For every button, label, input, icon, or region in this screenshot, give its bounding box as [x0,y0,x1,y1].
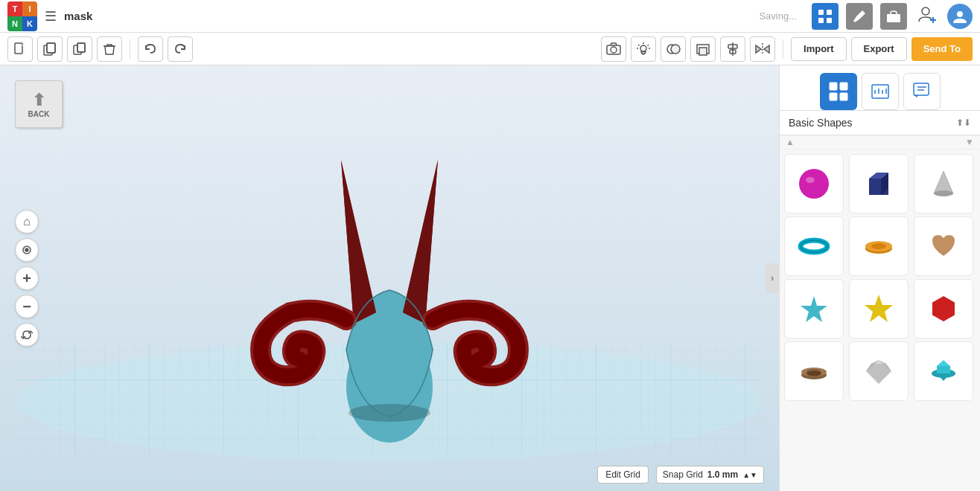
scroll-down-icon[interactable]: ▼ [965,137,974,147]
shape-heart[interactable] [914,216,973,276]
svg-point-67 [871,243,886,249]
svg-rect-52 [914,83,929,95]
logo-k: K [22,16,37,31]
import-button[interactable]: Import [791,37,846,61]
send-to-button[interactable]: Send To [911,37,973,61]
back-button[interactable]: ⬆ BACK [15,80,63,128]
new-button[interactable] [7,36,33,62]
snap-grid-value: 1.0 mm [707,469,738,480]
app-logo[interactable]: T I N K [7,1,37,31]
intersect-button[interactable] [690,36,716,62]
snap-grid-control: Snap Grid 1.0 mm ▲▼ [656,466,764,484]
zoom-out-button[interactable]: − [15,295,39,318]
redo-button[interactable] [168,36,193,62]
toolbar-sep2 [783,39,783,59]
tab-notes[interactable] [903,73,941,110]
scroll-up-icon[interactable]: ▲ [786,137,795,147]
duplicate-button[interactable] [67,36,92,62]
svg-point-41 [346,331,433,443]
svg-marker-81 [937,360,950,366]
3d-viewport[interactable]: ⬆ BACK ⌂ + − [0,65,779,491]
shape-sphere[interactable] [784,154,844,214]
svg-marker-60 [934,171,953,193]
zoom-in-button[interactable]: + [15,266,39,290]
scroll-hint: ▲ ▼ [780,135,980,150]
hammer-icon-button[interactable] [846,3,873,30]
logo-t: T [7,1,22,16]
tab-grid[interactable] [820,73,857,110]
panel-tabs [780,65,980,111]
shapes-dropdown-header[interactable]: Basic Shapes ⬆⬇ [780,111,980,135]
align-button[interactable] [720,36,745,62]
snap-grid-label: Snap Grid [663,469,703,480]
shape-hexagon[interactable] [914,279,973,338]
undo-button[interactable] [138,36,163,62]
shape-gem[interactable] [849,341,909,401]
rotate-button[interactable] [15,323,39,347]
svg-point-27 [671,45,680,54]
saving-status: Saving... [759,10,797,22]
svg-point-18 [611,47,617,53]
mirror-button[interactable] [750,36,775,62]
shape-box[interactable] [849,154,909,214]
svg-rect-14 [77,43,85,52]
svg-marker-34 [756,45,761,53]
svg-rect-46 [840,93,847,100]
svg-rect-1 [827,10,832,15]
bottom-controls: Edit Grid Snap Grid 1.0 mm ▲▼ [597,466,764,484]
light-button[interactable] [631,36,656,62]
svg-point-8 [957,11,963,17]
document-list-icon[interactable]: ☰ [45,8,57,25]
shape-torus[interactable] [784,216,844,276]
shape-star[interactable] [849,279,909,338]
svg-point-19 [640,45,646,51]
shape-ring[interactable] [784,341,844,401]
svg-rect-0 [818,10,824,15]
document-name[interactable]: mask [64,10,404,22]
svg-rect-4 [887,14,900,22]
camera-button[interactable] [601,36,626,62]
svg-marker-69 [865,295,893,322]
svg-point-55 [799,169,829,199]
svg-rect-40 [17,342,762,454]
copy-button[interactable] [37,36,63,62]
shape-diamond[interactable] [914,341,973,401]
svg-point-56 [806,177,815,183]
svg-marker-68 [801,296,827,322]
shape-cone[interactable] [914,154,973,214]
svg-rect-2 [818,18,824,23]
logo-n: N [7,16,22,31]
svg-marker-29 [699,48,707,55]
add-user-button[interactable] [914,4,940,29]
toolbar: Import Export Send To [0,33,980,65]
nav-controls: ⌂ + − [15,210,39,347]
fit-view-button[interactable] [15,238,39,262]
svg-rect-44 [840,83,847,90]
shape-disc[interactable] [849,216,909,276]
svg-marker-80 [937,366,950,373]
svg-point-74 [806,371,821,376]
snap-chevron-icon[interactable]: ▲▼ [742,471,757,479]
shapes-category-label[interactable]: Basic Shapes [789,117,956,129]
export-button[interactable]: Export [851,37,907,61]
grid-view-button[interactable] [812,3,839,30]
main-area: ⬆ BACK ⌂ + − [0,65,980,491]
subtract-button[interactable] [661,36,686,62]
back-arrow-icon: ⬆ [32,91,45,110]
right-panel: Basic Shapes ⬆⬇ ▲ ▼ [779,65,980,491]
shapes-grid [780,150,980,491]
edit-grid-button[interactable]: Edit Grid [597,466,649,484]
svg-rect-43 [830,83,837,90]
svg-point-42 [349,404,430,422]
svg-line-22 [638,45,640,46]
delete-button[interactable] [97,36,122,62]
user-avatar[interactable] [947,4,973,29]
briefcase-button[interactable] [880,3,907,30]
panel-collapse-arrow[interactable]: › [766,263,779,293]
shape-star-small[interactable] [784,279,844,338]
shapes-dropdown-chevron[interactable]: ⬆⬇ [956,118,971,128]
svg-rect-45 [830,93,837,100]
tab-ruler[interactable] [862,73,899,110]
home-view-button[interactable]: ⌂ [15,210,39,234]
back-label: BACK [28,110,50,118]
